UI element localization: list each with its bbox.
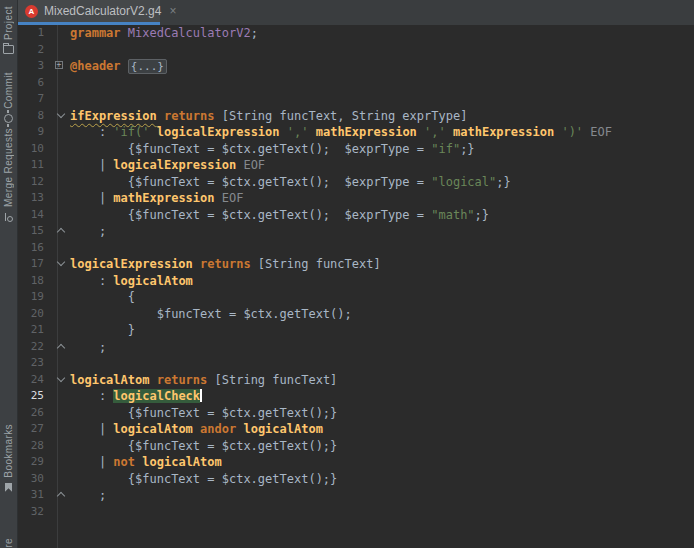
- token-rule: mathExpression: [113, 191, 214, 205]
- code-line[interactable]: 11 | logicalExpression EOF: [18, 157, 694, 174]
- code-line[interactable]: 24logicalAtom returns [String funcText]: [18, 372, 694, 389]
- line-number: 11: [18, 157, 44, 174]
- code-line[interactable]: 3+@header {...}: [18, 58, 694, 75]
- fold-start-icon[interactable]: [56, 259, 65, 268]
- code-line[interactable]: 16: [18, 240, 694, 257]
- fold-cell: [44, 108, 70, 125]
- code-line[interactable]: 21 }: [18, 322, 694, 339]
- token-plain: [417, 125, 424, 139]
- main-area: A MixedCalculatorV2.g4 × 1grammar MixedC…: [18, 0, 694, 548]
- token-ruledef: logicalExpression: [70, 257, 193, 271]
- token-eof: EOF: [243, 158, 265, 172]
- code-text: {$funcText = $ctx.getText();}: [70, 405, 337, 422]
- fold-end-icon[interactable]: [56, 226, 65, 235]
- token-rule: logicalAtom: [113, 422, 192, 436]
- token-str: 'if(': [113, 125, 149, 139]
- fold-cell: [44, 487, 70, 504]
- code-line[interactable]: 27 | logicalAtom andor logicalAtom: [18, 421, 694, 438]
- token-rule: mathExpression: [316, 125, 417, 139]
- line-number: 30: [18, 471, 44, 488]
- token-str: ')': [561, 125, 583, 139]
- code-line[interactable]: 32: [18, 504, 694, 521]
- code-line[interactable]: 18 : logicalAtom: [18, 273, 694, 290]
- code-line[interactable]: 10 {$funcText = $ctx.getText(); $exprTyp…: [18, 141, 694, 158]
- editor-tab-mixedcalculatorv2[interactable]: A MixedCalculatorV2.g4 ×: [18, 0, 160, 22]
- code-line[interactable]: 19 {: [18, 289, 694, 306]
- stripe-item-project[interactable]: Project: [0, 6, 17, 54]
- bookmark-icon: [5, 483, 12, 492]
- token-str: ',': [424, 125, 446, 139]
- code-line[interactable]: 7: [18, 91, 694, 108]
- code-text: | mathExpression EOF: [70, 190, 243, 207]
- token-plain: ;}: [496, 175, 510, 189]
- code-text: ;: [70, 339, 106, 356]
- stripe-item-commit[interactable]: Commit: [0, 72, 17, 123]
- code-text: ;: [70, 487, 106, 504]
- code-line[interactable]: 2: [18, 42, 694, 59]
- folder-icon: [3, 45, 14, 54]
- fold-start-icon[interactable]: [56, 111, 65, 120]
- code-line[interactable]: 15 ;: [18, 223, 694, 240]
- line-number: 26: [18, 405, 44, 422]
- fold-cell: [44, 190, 70, 207]
- code-line[interactable]: 26 {$funcText = $ctx.getText();}: [18, 405, 694, 422]
- code-text: {$funcText = $ctx.getText(); $exprType =…: [70, 174, 511, 191]
- token-plain: ;}: [460, 142, 474, 156]
- line-number: 8: [18, 108, 44, 125]
- line-number: 7: [18, 91, 44, 108]
- code-line[interactable]: 9 : 'if(' logicalExpression ',' mathExpr…: [18, 124, 694, 141]
- fold-cell: [44, 174, 70, 191]
- line-number: 2: [18, 42, 44, 59]
- code-line[interactable]: 25 : logicalCheck: [18, 388, 694, 405]
- token-plain: |: [70, 422, 113, 436]
- token-plain: |: [70, 191, 113, 205]
- fold-cell: [44, 372, 70, 389]
- close-tab-icon[interactable]: ×: [169, 5, 176, 17]
- code-line[interactable]: 23: [18, 355, 694, 372]
- token-kw: not: [113, 455, 135, 469]
- code-line[interactable]: 20 $funcText = $ctx.getText();: [18, 306, 694, 323]
- editor-tab-bar: A MixedCalculatorV2.g4 ×: [18, 0, 694, 25]
- token-str: "if": [431, 142, 460, 156]
- token-rule: logicalExpression: [113, 158, 236, 172]
- code-line[interactable]: 28 {$funcText = $ctx.getText();}: [18, 438, 694, 455]
- token-plain: ;: [251, 26, 258, 40]
- token-plain: :: [70, 125, 113, 139]
- code-line[interactable]: 31 ;: [18, 487, 694, 504]
- code-line[interactable]: 6: [18, 75, 694, 92]
- fold-collapsed-icon[interactable]: +: [55, 61, 63, 69]
- token-ruledef: logicalAtom: [70, 373, 149, 387]
- token-plain: [193, 257, 200, 271]
- token-plain: {$funcText = $ctx.getText(); $exprType =: [70, 208, 431, 222]
- merge-request-icon: [4, 212, 14, 222]
- code-line[interactable]: 1grammar MixedCalculatorV2;: [18, 25, 694, 42]
- fold-start-icon[interactable]: [56, 375, 65, 384]
- fold-cell: [44, 75, 70, 92]
- token-plain: ;: [70, 340, 106, 354]
- token-plain: [String funcText]: [207, 373, 337, 387]
- token-plain: [308, 125, 315, 139]
- fold-end-icon[interactable]: [56, 342, 65, 351]
- fold-cell: [44, 355, 70, 372]
- token-plain: {: [70, 290, 135, 304]
- line-number: 19: [18, 289, 44, 306]
- code-line[interactable]: 17logicalExpression returns [String func…: [18, 256, 694, 273]
- fold-cell: +: [44, 58, 70, 75]
- fold-cell: [44, 438, 70, 455]
- line-number: 23: [18, 355, 44, 372]
- stripe-item-structure[interactable]: Structure: [0, 538, 17, 548]
- code-line[interactable]: 12 {$funcText = $ctx.getText(); $exprTyp…: [18, 174, 694, 191]
- stripe-item-merge-requests[interactable]: Merge Requests: [0, 128, 17, 222]
- fold-end-icon[interactable]: [56, 490, 65, 499]
- code-line[interactable]: 30 {$funcText = $ctx.getText();}: [18, 471, 694, 488]
- code-line[interactable]: 13 | mathExpression EOF: [18, 190, 694, 207]
- code-line[interactable]: 14 {$funcText = $ctx.getText(); $exprTyp…: [18, 207, 694, 224]
- code-editor[interactable]: 1grammar MixedCalculatorV2;23+@header {.…: [18, 25, 694, 548]
- fold-cell: [44, 124, 70, 141]
- code-line[interactable]: 29 | not logicalAtom: [18, 454, 694, 471]
- code-line[interactable]: 22 ;: [18, 339, 694, 356]
- code-line[interactable]: 8ifExpression returns [String funcText, …: [18, 108, 694, 125]
- stripe-item-bookmarks[interactable]: Bookmarks: [0, 424, 17, 492]
- fold-cell: [44, 405, 70, 422]
- code-text: : 'if(' logicalExpression ',' mathExpres…: [70, 124, 612, 141]
